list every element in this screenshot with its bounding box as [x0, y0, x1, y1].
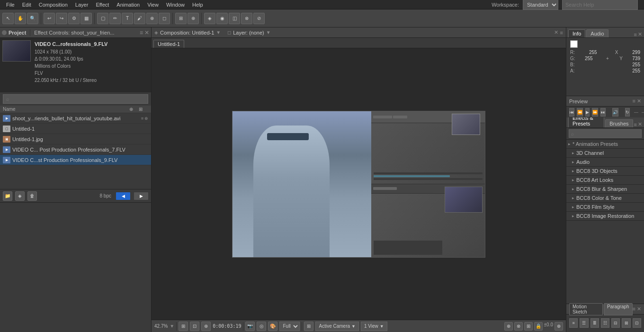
motion-sketch-menu[interactable]: ≡: [633, 306, 635, 312]
comp-panel-close[interactable]: ✕: [554, 29, 558, 36]
info-tab[interactable]: Info: [568, 29, 585, 37]
toolbar-brush[interactable]: 🖌: [134, 13, 145, 24]
info-panel-menu[interactable]: ≡: [634, 32, 637, 37]
comp-3d-btn[interactable]: ⊕: [201, 322, 211, 331]
comp-dropdown-icon[interactable]: ▼: [216, 30, 221, 35]
effect-audio[interactable]: ▸ Audio: [566, 158, 644, 167]
comp-resolution-select[interactable]: Full: [279, 322, 300, 331]
ms-justify[interactable]: ☷: [601, 318, 609, 328]
motion-sketch-tab[interactable]: Motion Sketch: [569, 303, 603, 315]
comp-render-btn[interactable]: ⊕: [504, 322, 513, 331]
panel-menu-icon[interactable]: ≡: [140, 29, 143, 36]
effect-bcc8-blur[interactable]: ▸ BCC8 Blur & Sharpen: [566, 185, 644, 194]
ms-extra2[interactable]: ⊡: [633, 318, 641, 328]
comp-tab-untitled[interactable]: Untitled-1: [153, 40, 184, 48]
project-search-input[interactable]: [3, 94, 148, 104]
effect-animation-presets[interactable]: ▸ * Animation Presets: [566, 140, 644, 149]
brushes-tab[interactable]: Brushes: [605, 119, 633, 127]
menu-file[interactable]: File: [2, 1, 18, 9]
file-options-1[interactable]: ≡: [141, 116, 143, 121]
preview-step-back[interactable]: ⏪: [577, 108, 583, 117]
view-select-button[interactable]: 1 View ▼: [361, 322, 387, 331]
comp-output-btn[interactable]: ⊗: [514, 322, 523, 331]
ms-justify-all[interactable]: ⊟: [611, 318, 620, 328]
effects-panel-close[interactable]: ✕: [638, 121, 642, 127]
menu-window[interactable]: Window: [162, 1, 188, 9]
effect-3d-channel[interactable]: ▸ 3D Channel: [566, 149, 644, 158]
toolbar-eraser[interactable]: ◻: [159, 13, 170, 24]
toolbar-render[interactable]: ▦: [80, 13, 92, 24]
file-item-4[interactable]: ▶ VIDEO C... Post Production Professiona…: [0, 144, 151, 155]
toolbar-redo[interactable]: ↪: [56, 13, 67, 24]
effect-bcc8-art[interactable]: ▸ BCC8 Art Looks: [566, 176, 644, 185]
menu-animation[interactable]: Animation: [113, 1, 143, 9]
effect-bcc8-image[interactable]: ▸ BCC8 Image Restoration: [566, 212, 644, 221]
toolbar-select[interactable]: ▢: [97, 13, 108, 24]
menu-layer[interactable]: Layer: [72, 1, 92, 9]
audio-tab[interactable]: Audio: [586, 29, 608, 37]
toolbar-extra5[interactable]: ⊘: [253, 13, 265, 24]
menu-effect[interactable]: Effect: [92, 1, 113, 9]
new-folder-btn[interactable]: 📁: [3, 191, 12, 201]
toolbar-clone[interactable]: ⊕: [146, 13, 158, 24]
comp-color-btn[interactable]: 🎨: [268, 322, 277, 331]
file-item-2[interactable]: ▢ Untitled-1: [0, 124, 151, 134]
info-panel-close[interactable]: ✕: [638, 31, 642, 37]
ms-align-center[interactable]: ☰: [580, 318, 588, 328]
toolbar-extra1[interactable]: ◈: [204, 13, 215, 24]
new-comp-btn[interactable]: ◈: [15, 191, 25, 201]
project-panel-close[interactable]: [2, 30, 7, 35]
comp-auto-btn[interactable]: ⊕: [555, 322, 563, 331]
toolbar-extra3[interactable]: ◫: [229, 13, 240, 24]
comp-pixel-btn[interactable]: ⊞: [304, 322, 313, 331]
comp-lock-btn[interactable]: 🔒: [534, 322, 543, 331]
toolbar-extra2[interactable]: ◉: [216, 13, 228, 24]
file-menu-1[interactable]: ⊕: [144, 116, 148, 121]
search-help-input[interactable]: [562, 0, 638, 10]
preview-menu[interactable]: ≡: [633, 98, 635, 104]
paragraph-tab[interactable]: Paragraph: [604, 303, 633, 315]
preview-audio-btn[interactable]: 🔊: [612, 108, 618, 117]
preview-close[interactable]: ✕: [637, 98, 641, 104]
effects-panel-menu[interactable]: ≡: [634, 122, 637, 127]
file-item-1[interactable]: ▶ shoot_y...riends_bullet_hit_tutorial_y…: [0, 113, 151, 124]
panel-close-icon[interactable]: ✕: [144, 29, 149, 36]
toolbar-puppet[interactable]: ⊕: [188, 13, 199, 24]
comp-flow-btn[interactable]: ⊞: [524, 322, 533, 331]
toolbar-arrow-tool[interactable]: ↖: [2, 13, 14, 24]
zoom-dropdown[interactable]: ▼: [170, 323, 174, 329]
file-item-5[interactable]: ▶ VIDEO C...st Production Professionals_…: [0, 155, 151, 165]
comp-safe-btn[interactable]: ⊡: [190, 322, 199, 331]
toolbar-settings[interactable]: ⚙: [68, 13, 80, 24]
toolbar-undo[interactable]: ↩: [44, 13, 55, 24]
layer-dropdown-icon[interactable]: ▼: [266, 30, 271, 35]
ms-extra1[interactable]: ⊠: [622, 318, 630, 328]
file-item-3[interactable]: ▣ Untitled-1.jpg: [0, 134, 151, 144]
menu-view[interactable]: View: [143, 1, 162, 9]
comp-snapshot-btn[interactable]: 📷: [245, 322, 255, 331]
effect-bcc8-color[interactable]: ▸ BCC8 Color & Tone: [566, 194, 644, 203]
preview-loop-btn[interactable]: ↻: [625, 108, 630, 117]
preview-skip-start[interactable]: ⏮: [569, 108, 574, 117]
toolbar-zoom-tool[interactable]: 🔍: [27, 13, 38, 24]
menu-edit[interactable]: Edit: [18, 1, 35, 9]
preview-play[interactable]: ▶: [585, 108, 590, 117]
comp-channel-btn[interactable]: ◎: [257, 322, 266, 331]
menu-composition[interactable]: Composition: [35, 1, 72, 9]
preview-skip-end[interactable]: ⏭: [600, 108, 606, 117]
toolbar-roto[interactable]: ⊞: [175, 13, 187, 24]
effects-search-input[interactable]: [569, 129, 642, 138]
active-camera-button[interactable]: Active Camera ▼: [315, 322, 359, 331]
effect-bcc8-3d[interactable]: ▸ BCC8 3D Objects: [566, 167, 644, 176]
nav-left-btn[interactable]: ◀: [116, 192, 130, 200]
toolbar-hand-tool[interactable]: ✋: [15, 13, 26, 24]
preview-step-forward[interactable]: ⏩: [592, 108, 598, 117]
nav-right-btn[interactable]: ▶: [134, 192, 148, 200]
workspace-select[interactable]: Standard: [523, 0, 558, 10]
motion-sketch-close[interactable]: ✕: [637, 306, 641, 312]
toolbar-pen[interactable]: ✏: [109, 13, 121, 24]
delete-btn[interactable]: 🗑: [27, 191, 37, 201]
comp-grid-btn[interactable]: ⊞: [179, 322, 188, 331]
effects-presets-tab[interactable]: Effects & Presets: [568, 117, 604, 127]
menu-help[interactable]: Help: [188, 1, 207, 9]
